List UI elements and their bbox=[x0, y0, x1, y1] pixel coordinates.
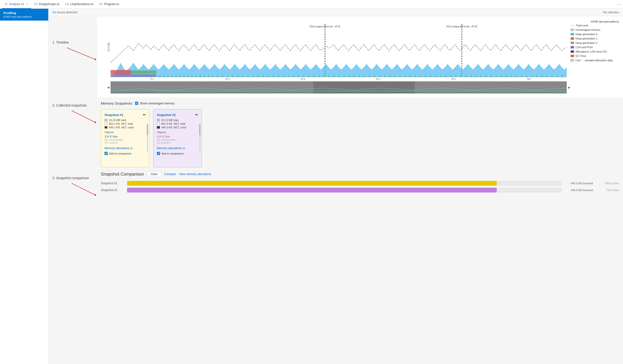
svg-rect-73 bbox=[379, 76, 380, 77]
svg-rect-57 bbox=[298, 76, 299, 77]
legend-unmanaged: Unmanaged memory bbox=[571, 28, 619, 31]
svg-rect-16 bbox=[115, 76, 116, 77]
snap1-stat-total-box bbox=[105, 119, 108, 121]
legend-loh-gc-icon bbox=[571, 50, 574, 53]
minimap-svg[interactable] bbox=[111, 81, 567, 94]
snapshots-arrow bbox=[52, 108, 96, 128]
snap2-add-comparison: Add to comparison bbox=[157, 152, 198, 155]
svg-rect-86 bbox=[445, 76, 446, 77]
chart-legend: Total used Unmanaged memory Heap generat… bbox=[571, 24, 619, 94]
tab-analysis[interactable]: ⟳ Analysis #1 ✕ bbox=[2, 0, 31, 9]
legend-heap-gen2-icon bbox=[571, 42, 574, 44]
sidebar-item-profiling[interactable]: Profiling #2400 dpa-bad-patterns bbox=[0, 9, 48, 20]
snap2-edit-icon[interactable]: ✏ bbox=[195, 113, 198, 117]
legend-sampled-label: Full /⋯ sampled allocation data bbox=[576, 59, 613, 62]
snap2-objects-label: Objects: bbox=[157, 131, 198, 134]
svg-text:Snapshot #1: Snapshot #1 bbox=[310, 25, 341, 28]
view-alloc-button[interactable]: View memory allocations bbox=[179, 172, 211, 176]
comp-row1-survived: 445.3 KB Survived bbox=[564, 182, 593, 185]
comp-row1-bar-container bbox=[127, 181, 562, 186]
legend-loh-icon bbox=[571, 46, 574, 48]
svg-rect-77 bbox=[400, 76, 400, 77]
svg-rect-90 bbox=[465, 76, 466, 77]
svg-rect-103 bbox=[531, 76, 532, 77]
svg-rect-104 bbox=[536, 76, 537, 77]
legend-loh-gc-label: Allocated in LOH since GC bbox=[576, 50, 607, 53]
memory-snapshots-title: Memory Snapshots bbox=[101, 101, 132, 105]
snap1-stat-net-used: 446.2 KB .NET, used bbox=[105, 126, 146, 129]
time-tick-30s: 30+ bbox=[491, 78, 567, 81]
compare-button[interactable]: Compare bbox=[164, 172, 176, 176]
svg-rect-84 bbox=[435, 76, 436, 77]
legend-total-used: Total used bbox=[571, 24, 619, 27]
show-unmanaged-checkbox[interactable] bbox=[135, 102, 138, 105]
svg-rect-50 bbox=[263, 76, 264, 77]
svg-rect-71 bbox=[369, 76, 370, 77]
snap1-mem-alloc-icon: ⊞ bbox=[131, 147, 133, 150]
svg-rect-113 bbox=[111, 92, 567, 93]
svg-rect-51 bbox=[268, 76, 269, 77]
svg-rect-74 bbox=[384, 76, 385, 77]
svg-text:Snapshot #2: Snapshot #2 bbox=[446, 25, 477, 28]
snap2-mem-alloc-link[interactable]: Memory allocations ⊞ bbox=[157, 146, 198, 150]
chart-wrapper: 20.0 MB Snapshot # bbox=[101, 24, 619, 94]
svg-rect-58 bbox=[303, 76, 304, 77]
snap1-mem-alloc-link[interactable]: Memory allocations ⊞ bbox=[105, 146, 146, 150]
snap1-comparison-checkbox[interactable] bbox=[105, 152, 108, 155]
more-button[interactable]: ⋯ bbox=[617, 2, 621, 6]
minimap-next-button[interactable]: ▶ bbox=[567, 81, 572, 94]
legend-loh-since-gc: Allocated in LOH since GC bbox=[571, 50, 619, 53]
snap1-scrollbar-thumb bbox=[147, 124, 148, 135]
svg-rect-42 bbox=[222, 76, 223, 77]
snap2-stat-net-used-box bbox=[157, 126, 160, 129]
minimap-prev-button[interactable]: ◀ bbox=[106, 81, 111, 94]
tab-close-icon[interactable]: ✕ bbox=[26, 3, 28, 5]
tab-linq[interactable]: C# LinqAllocations.cs bbox=[62, 0, 96, 9]
svg-marker-3 bbox=[94, 121, 96, 123]
snap2-live-count[interactable]: 3.6 K live bbox=[157, 135, 198, 138]
comparison-section: Snapshot Comparison Clear Compare View m… bbox=[97, 171, 623, 198]
svg-rect-80 bbox=[415, 76, 416, 77]
time-tick-15s: 15 s bbox=[265, 78, 341, 81]
tab-program[interactable]: C# Program.cs bbox=[96, 0, 122, 9]
comp-row1-label: Snapshot #1 bbox=[101, 182, 125, 185]
svg-rect-53 bbox=[278, 76, 279, 77]
time-tick-25s: 25 s bbox=[416, 78, 491, 81]
snap1-unreachable: No unreachable bbox=[105, 138, 146, 141]
comp-row1-bar bbox=[127, 181, 497, 186]
svg-rect-31 bbox=[176, 76, 177, 77]
snap1-scrollbar[interactable] bbox=[147, 124, 148, 153]
time-tick-10s: 10 s bbox=[190, 78, 265, 81]
legend-heap-gen0-label: Heap generation 0 bbox=[576, 33, 598, 36]
snap2-stat-total: 25.12 MB total bbox=[157, 119, 198, 121]
svg-rect-35 bbox=[192, 76, 193, 77]
snap2-unreachable: No unreachable bbox=[157, 138, 198, 141]
svg-rect-93 bbox=[481, 76, 482, 77]
tab-bar: ⟳ Analysis #1 ✕ C# EmptyArrays.cs C# Lin… bbox=[0, 0, 623, 9]
svg-rect-55 bbox=[288, 76, 289, 77]
snap2-comparison-checkbox[interactable] bbox=[157, 152, 160, 155]
tab-analysis-label: Analysis #1 bbox=[9, 2, 24, 6]
snap2-scrollbar[interactable] bbox=[199, 124, 200, 153]
tab-empty-arrays[interactable]: C# EmptyArrays.cs bbox=[31, 0, 62, 9]
svg-rect-41 bbox=[217, 76, 218, 77]
show-unmanaged-checkbox-label[interactable]: Show unmanaged memory bbox=[135, 102, 174, 105]
snap1-add-comparison: Add to comparison bbox=[105, 152, 146, 155]
chart-container: #2400 dpa-bad-patterns 20.0 MB bbox=[97, 16, 623, 97]
time-tick-5s: 5 s bbox=[114, 78, 190, 81]
svg-rect-108 bbox=[556, 76, 557, 77]
svg-rect-76 bbox=[394, 76, 395, 77]
svg-rect-85 bbox=[440, 76, 441, 77]
legend-gc-time: GC Time bbox=[571, 55, 619, 57]
svg-rect-107 bbox=[552, 76, 553, 77]
svg-rect-20 bbox=[131, 76, 132, 77]
snap2-stat-total-box bbox=[157, 119, 160, 121]
svg-rect-100 bbox=[516, 76, 517, 77]
snap1-live-count[interactable]: 3.6 K live bbox=[105, 135, 146, 138]
snap1-edit-icon[interactable]: ✏ bbox=[143, 113, 146, 117]
analysis-icon: ⟳ bbox=[5, 2, 8, 6]
svg-rect-25 bbox=[151, 76, 152, 77]
sidebar: Profiling #2400 dpa-bad-patterns bbox=[0, 9, 48, 364]
svg-marker-5 bbox=[94, 194, 96, 196]
clear-button[interactable]: Clear bbox=[147, 171, 161, 177]
